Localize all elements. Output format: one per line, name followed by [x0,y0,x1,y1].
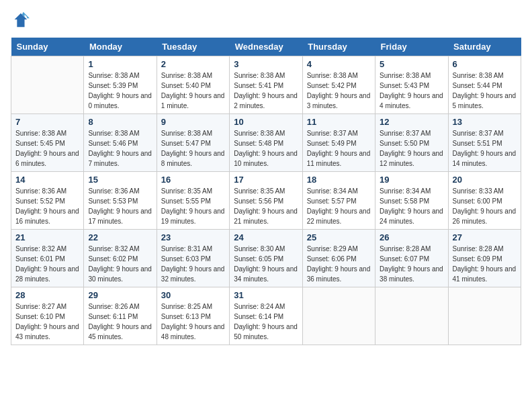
page-header [11,11,521,30]
day-number: 9 [161,117,225,127]
day-info: Sunrise: 8:38 AMSunset: 5:42 PMDaylight:… [307,71,371,111]
day-info: Sunrise: 8:29 AMSunset: 6:06 PMDaylight:… [307,244,371,284]
day-number: 3 [234,59,298,69]
day-number: 25 [307,232,371,242]
calendar-cell: 11Sunrise: 8:37 AMSunset: 5:49 PMDayligh… [302,114,375,172]
calendar-cell: 27Sunrise: 8:28 AMSunset: 6:09 PMDayligh… [448,230,521,287]
day-info: Sunrise: 8:38 AMSunset: 5:47 PMDaylight:… [161,128,225,169]
day-info: Sunrise: 8:35 AMSunset: 5:55 PMDaylight:… [161,186,225,226]
calendar-cell [375,287,448,345]
calendar-cell: 29Sunrise: 8:26 AMSunset: 6:11 PMDayligh… [84,287,157,345]
calendar-cell: 15Sunrise: 8:36 AMSunset: 5:53 PMDayligh… [84,172,157,230]
day-info: Sunrise: 8:37 AMSunset: 5:51 PMDaylight:… [453,128,517,169]
day-number: 1 [88,59,152,69]
day-info: Sunrise: 8:38 AMSunset: 5:46 PMDaylight:… [88,128,152,169]
day-number: 18 [307,175,371,185]
day-number: 24 [234,232,298,242]
week-row-5: 28Sunrise: 8:27 AMSunset: 6:10 PMDayligh… [11,287,521,345]
day-info: Sunrise: 8:34 AMSunset: 5:58 PMDaylight:… [380,186,443,226]
day-info: Sunrise: 8:31 AMSunset: 6:03 PMDaylight:… [161,244,225,284]
calendar-cell: 8Sunrise: 8:38 AMSunset: 5:46 PMDaylight… [84,114,157,172]
day-number: 2 [161,59,225,69]
day-number: 7 [15,117,79,127]
calendar-cell: 23Sunrise: 8:31 AMSunset: 6:03 PMDayligh… [157,230,229,287]
calendar-cell: 14Sunrise: 8:36 AMSunset: 5:52 PMDayligh… [11,172,84,230]
day-number: 6 [453,59,517,69]
day-number: 31 [234,290,298,300]
day-number: 8 [88,117,152,127]
day-number: 16 [161,175,225,185]
calendar-cell: 30Sunrise: 8:25 AMSunset: 6:13 PMDayligh… [157,287,229,345]
calendar-cell: 5Sunrise: 8:38 AMSunset: 5:43 PMDaylight… [375,56,448,114]
column-header-tuesday: Tuesday [157,38,229,56]
day-info: Sunrise: 8:30 AMSunset: 6:05 PMDaylight:… [234,244,298,284]
calendar-cell: 17Sunrise: 8:35 AMSunset: 5:56 PMDayligh… [230,172,302,230]
column-header-saturday: Saturday [448,38,521,56]
column-header-wednesday: Wednesday [230,38,302,56]
day-info: Sunrise: 8:25 AMSunset: 6:13 PMDaylight:… [161,302,225,342]
day-info: Sunrise: 8:34 AMSunset: 5:57 PMDaylight:… [307,186,371,226]
column-header-sunday: Sunday [11,38,84,56]
day-info: Sunrise: 8:28 AMSunset: 6:07 PMDaylight:… [380,244,443,284]
day-info: Sunrise: 8:37 AMSunset: 5:50 PMDaylight:… [380,128,443,169]
calendar-cell: 26Sunrise: 8:28 AMSunset: 6:07 PMDayligh… [375,230,448,287]
calendar-cell: 10Sunrise: 8:38 AMSunset: 5:48 PMDayligh… [230,114,302,172]
calendar-cell: 4Sunrise: 8:38 AMSunset: 5:42 PMDaylight… [302,56,375,114]
week-row-1: 1Sunrise: 8:38 AMSunset: 5:39 PMDaylight… [11,56,521,114]
calendar-cell: 31Sunrise: 8:24 AMSunset: 6:14 PMDayligh… [230,287,302,345]
calendar-cell: 7Sunrise: 8:38 AMSunset: 5:45 PMDaylight… [11,114,84,172]
calendar-cell: 18Sunrise: 8:34 AMSunset: 5:57 PMDayligh… [302,172,375,230]
day-number: 23 [161,232,225,242]
logo [11,11,32,30]
day-info: Sunrise: 8:38 AMSunset: 5:48 PMDaylight:… [234,128,298,169]
week-row-3: 14Sunrise: 8:36 AMSunset: 5:52 PMDayligh… [11,172,521,230]
calendar-cell: 19Sunrise: 8:34 AMSunset: 5:58 PMDayligh… [375,172,448,230]
day-info: Sunrise: 8:32 AMSunset: 6:02 PMDaylight:… [88,244,152,284]
day-info: Sunrise: 8:38 AMSunset: 5:45 PMDaylight:… [15,128,79,169]
day-number: 11 [307,117,371,127]
week-row-4: 21Sunrise: 8:32 AMSunset: 6:01 PMDayligh… [11,230,521,287]
calendar-cell: 12Sunrise: 8:37 AMSunset: 5:50 PMDayligh… [375,114,448,172]
day-info: Sunrise: 8:38 AMSunset: 5:43 PMDaylight:… [380,71,443,111]
calendar-cell: 25Sunrise: 8:29 AMSunset: 6:06 PMDayligh… [302,230,375,287]
day-number: 26 [380,232,443,242]
calendar-cell: 20Sunrise: 8:33 AMSunset: 6:00 PMDayligh… [448,172,521,230]
logo-icon [11,11,30,30]
calendar-cell: 28Sunrise: 8:27 AMSunset: 6:10 PMDayligh… [11,287,84,345]
calendar-table: SundayMondayTuesdayWednesdayThursdayFrid… [11,38,521,345]
day-info: Sunrise: 8:36 AMSunset: 5:53 PMDaylight:… [88,186,152,226]
day-number: 30 [161,290,225,300]
day-info: Sunrise: 8:33 AMSunset: 6:00 PMDaylight:… [453,186,517,226]
calendar-cell: 9Sunrise: 8:38 AMSunset: 5:47 PMDaylight… [157,114,229,172]
day-info: Sunrise: 8:37 AMSunset: 5:49 PMDaylight:… [307,128,371,169]
day-info: Sunrise: 8:27 AMSunset: 6:10 PMDaylight:… [15,302,79,342]
column-header-friday: Friday [375,38,448,56]
day-number: 20 [453,175,517,185]
day-number: 28 [15,290,79,300]
day-info: Sunrise: 8:38 AMSunset: 5:40 PMDaylight:… [161,71,225,111]
day-info: Sunrise: 8:38 AMSunset: 5:44 PMDaylight:… [453,71,517,111]
day-number: 15 [88,175,152,185]
day-number: 4 [307,59,371,69]
day-number: 12 [380,117,443,127]
calendar-cell: 3Sunrise: 8:38 AMSunset: 5:41 PMDaylight… [230,56,302,114]
calendar-cell: 6Sunrise: 8:38 AMSunset: 5:44 PMDaylight… [448,56,521,114]
svg-marker-0 [15,13,28,28]
day-info: Sunrise: 8:36 AMSunset: 5:52 PMDaylight:… [15,186,79,226]
column-header-row: SundayMondayTuesdayWednesdayThursdayFrid… [11,38,521,56]
day-number: 19 [380,175,443,185]
day-number: 27 [453,232,517,242]
day-info: Sunrise: 8:26 AMSunset: 6:11 PMDaylight:… [88,302,152,342]
day-number: 14 [15,175,79,185]
day-info: Sunrise: 8:32 AMSunset: 6:01 PMDaylight:… [15,244,79,284]
week-row-2: 7Sunrise: 8:38 AMSunset: 5:45 PMDaylight… [11,114,521,172]
day-number: 29 [88,290,152,300]
day-info: Sunrise: 8:28 AMSunset: 6:09 PMDaylight:… [453,244,517,284]
day-info: Sunrise: 8:38 AMSunset: 5:39 PMDaylight:… [88,71,152,111]
day-number: 10 [234,117,298,127]
calendar-cell: 16Sunrise: 8:35 AMSunset: 5:55 PMDayligh… [157,172,229,230]
calendar-cell [448,287,521,345]
day-info: Sunrise: 8:38 AMSunset: 5:41 PMDaylight:… [234,71,298,111]
calendar-cell: 13Sunrise: 8:37 AMSunset: 5:51 PMDayligh… [448,114,521,172]
calendar-cell: 2Sunrise: 8:38 AMSunset: 5:40 PMDaylight… [157,56,229,114]
